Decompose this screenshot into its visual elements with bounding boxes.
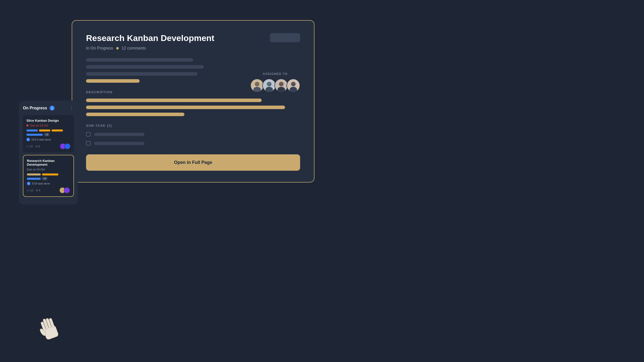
card-1-tag-blue <box>26 129 38 131</box>
subtask-checkbox-2[interactable] <box>86 141 91 146</box>
open-full-page-button[interactable]: Open in Full Page <box>86 154 300 171</box>
card-2-stat-comments: ▭ 12 <box>27 189 33 192</box>
svg-point-7 <box>279 82 284 86</box>
subtask-item-2 <box>86 141 300 146</box>
kanban-menu-icon[interactable]: ⋮ <box>69 105 74 111</box>
title-meta-group: Research Kanban Development In On Progre… <box>86 33 214 51</box>
avatar-4 <box>287 79 300 92</box>
desc-line-1 <box>86 99 262 102</box>
subtask-line-1 <box>94 133 144 136</box>
detail-panel: Research Kanban Development In On Progre… <box>72 20 314 183</box>
card-2-stat-attachments: ⊘ 6 <box>36 189 40 192</box>
card-1-stats: ▭ 12 ⊘ 8 <box>26 145 40 148</box>
card-1-subtag-blue <box>26 134 43 136</box>
kanban-card-2[interactable]: Research Kanban Development Due on 24 Oc… <box>23 155 74 197</box>
assigned-label: ASSIGNED TO <box>250 72 300 76</box>
card-1-due: Due on 15 Oct <box>26 124 70 127</box>
card-1-footer: ▭ 12 ⊘ 8 <box>26 143 70 149</box>
attachment-icon: ⊘ <box>35 145 37 148</box>
status-text: In On Progress <box>86 46 113 51</box>
subtask-item-1 <box>86 132 300 137</box>
desc-line-3 <box>86 113 184 116</box>
card-2-tag-gold <box>27 173 41 175</box>
panel-header: Research Kanban Development In On Progre… <box>86 33 300 51</box>
desc-line-2 <box>86 106 285 109</box>
edit-button[interactable] <box>270 33 300 42</box>
card-2-subtag-blue <box>27 178 41 180</box>
skeleton-line-3 <box>86 72 197 76</box>
card-1-check-icon <box>26 138 30 141</box>
card-2-comments-count: 12 <box>30 189 33 192</box>
card-1-plus-count: +3 <box>44 133 49 136</box>
assigned-section: ASSIGNED TO <box>250 72 300 92</box>
avatar-1 <box>250 79 264 92</box>
svg-point-4 <box>267 82 272 86</box>
card-2-avatars <box>59 187 70 193</box>
attachment-icon-2: ⊘ <box>36 189 38 192</box>
card-2-tag-orange <box>42 173 58 175</box>
status-dot <box>116 47 119 50</box>
card-1-tags-row-2: +3 <box>26 133 70 136</box>
kanban-card-1[interactable]: Slice Kanban Design Due on 15 Oct +3 10/… <box>23 115 74 152</box>
subtask-label: SUB-TASK (2) <box>86 124 300 127</box>
card-2-due: Due on 24 Oct <box>27 168 70 171</box>
svg-point-10 <box>291 82 296 86</box>
comments-count: 12 comments <box>122 46 146 51</box>
card-2-check-icon <box>27 182 30 185</box>
card-1-avatars <box>60 143 70 149</box>
kanban-sidebar: On Progress 1 ⋮ Slice Kanban Design Due … <box>19 101 78 204</box>
card-1-avatar-2 <box>64 143 70 149</box>
kanban-title-group: On Progress 1 <box>23 106 55 111</box>
avatar-2 <box>262 79 276 92</box>
card-2-tags-row-2: +3 <box>27 177 70 180</box>
kanban-column-header: On Progress 1 ⋮ <box>23 105 74 111</box>
card-2-plus-count: +3 <box>42 177 47 180</box>
kanban-column-title: On Progress <box>23 106 47 110</box>
avatar-3 <box>274 79 288 92</box>
subtask-line-2 <box>94 142 144 145</box>
svg-point-1 <box>255 82 260 86</box>
avatar-group <box>250 79 300 92</box>
cursor-hand <box>34 311 67 350</box>
card-2-task-done: 3/18 task done <box>27 182 70 185</box>
card-1-title: Slice Kanban Design <box>26 119 70 122</box>
card-2-tags-row-1 <box>27 173 70 175</box>
skeleton-line-1 <box>86 58 193 62</box>
card-1-stat-attachments: ⊘ 8 <box>35 145 40 148</box>
card-1-task-done-text: 10/11 task done <box>31 138 51 141</box>
card-2-stats: ▭ 12 ⊘ 6 <box>27 189 40 192</box>
card-2-footer: ▭ 12 ⊘ 6 <box>27 187 70 193</box>
card-1-tag-orange <box>39 129 50 131</box>
card-2-title: Research Kanban Development <box>27 159 70 166</box>
panel-meta: In On Progress 12 comments <box>86 46 214 51</box>
card-2-task-done-text: 3/18 task done <box>32 182 50 185</box>
card-2-avatar-2 <box>64 187 70 193</box>
card-1-comments-count: 12 <box>30 145 33 148</box>
card-1-attachments-count: 8 <box>38 145 40 148</box>
skeleton-line-2 <box>86 65 204 69</box>
skeleton-line-accent <box>86 79 140 83</box>
card-1-tags-row-1 <box>26 129 70 131</box>
card-1-task-done: 10/11 task done <box>26 138 70 141</box>
comment-icon-2: ▭ <box>27 189 29 192</box>
comment-icon: ▭ <box>26 145 29 148</box>
card-2-attachments-count: 6 <box>39 189 40 192</box>
card-1-tag-orange-2 <box>52 129 63 131</box>
subtask-checkbox-1[interactable] <box>86 132 91 137</box>
kanban-badge: 1 <box>50 106 55 111</box>
card-1-stat-comments: ▭ 12 <box>26 145 33 148</box>
panel-title: Research Kanban Development <box>86 33 214 43</box>
